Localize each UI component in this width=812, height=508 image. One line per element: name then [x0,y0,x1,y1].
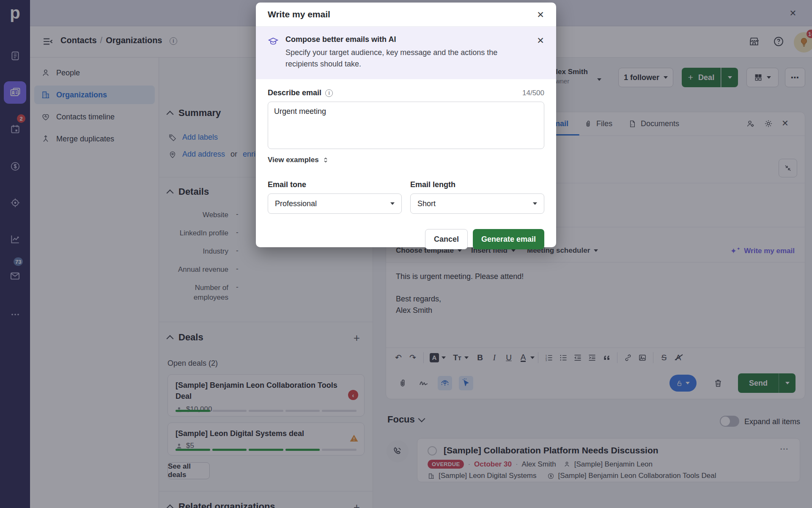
chevron-down-icon [533,202,537,205]
generate-email-button[interactable]: Generate email [473,229,544,249]
chevron-updown-icon [322,157,329,163]
email-tone-select[interactable]: Professional [268,193,402,214]
banner-title: Compose better emails with AI [285,35,531,44]
graduation-cap-icon [268,36,279,47]
modal-close-icon[interactable]: ✕ [534,8,547,21]
describe-email-input[interactable]: Urgent meeting [268,102,544,149]
banner-description: Specify your target audience, key messag… [285,47,514,70]
write-email-modal: Write my email ✕ Compose better emails w… [256,3,556,247]
email-length-select[interactable]: Short [410,193,544,214]
chevron-down-icon [390,202,395,205]
modal-header: Write my email ✕ [256,3,556,27]
ai-info-banner: Compose better emails with AI Specify yo… [256,27,556,79]
email-tone-label: Email tone [268,180,402,189]
email-length-label: Email length [410,180,544,189]
view-examples-button[interactable]: View examples [268,156,544,164]
describe-info-icon[interactable]: i [325,89,333,97]
modal-title: Write my email [268,9,330,19]
char-counter: 14/500 [522,89,544,97]
app-screen: p 2 73 ✕ [0,0,812,508]
describe-email-label: Describe email [268,88,321,97]
banner-close-icon[interactable]: ✕ [534,34,547,47]
cancel-button[interactable]: Cancel [425,229,468,249]
